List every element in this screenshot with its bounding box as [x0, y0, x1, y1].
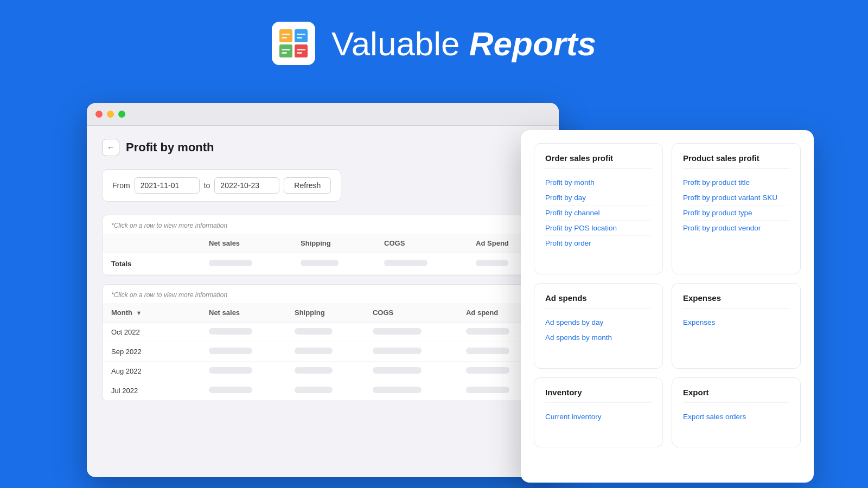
- monthly-tbody: Oct 2022 Sep 2022 Aug 2022 Jul 2022: [103, 323, 543, 401]
- export-title: Export: [683, 388, 789, 403]
- table2-hint: *Click on a row to view more information: [103, 285, 543, 303]
- list-item[interactable]: Profit by product variant SKU: [683, 190, 789, 206]
- table-row[interactable]: Jul 2022: [103, 381, 543, 401]
- monthly-table: Month ▼ Net sales Shipping COGS Ad spend…: [103, 303, 543, 401]
- order-sales-links: Profit by monthProfit by dayProfit by ch…: [545, 175, 652, 251]
- month-cell: Aug 2022: [103, 362, 200, 381]
- cogs-cell: [364, 323, 457, 342]
- cogs-cell: [364, 362, 457, 381]
- cogs-cell: [364, 381, 457, 401]
- monthly-table-section: *Click on a row to view more information…: [102, 284, 544, 401]
- list-item[interactable]: Profit by month: [545, 175, 652, 190]
- list-item[interactable]: Profit by day: [545, 190, 652, 206]
- order-sales-title: Order sales profit: [545, 153, 652, 169]
- svg-rect-3: [295, 44, 308, 57]
- list-item[interactable]: Ad spends by day: [545, 315, 652, 330]
- back-icon: ←: [107, 143, 114, 152]
- cogs-cell: [364, 342, 457, 362]
- table-row[interactable]: Aug 2022: [103, 362, 543, 381]
- col-shipping2: Shipping: [286, 303, 364, 323]
- back-button[interactable]: ←: [102, 139, 119, 156]
- table-row[interactable]: Oct 2022: [103, 323, 543, 342]
- close-dot[interactable]: [95, 111, 103, 118]
- totals-data-row[interactable]: Totals: [103, 253, 543, 275]
- col-netsales2: Net sales: [200, 303, 286, 323]
- app-logo: [272, 22, 315, 65]
- inventory-links: Current inventory: [545, 409, 652, 424]
- expenses-links: Expenses: [683, 315, 789, 330]
- list-item[interactable]: Profit by POS location: [545, 221, 652, 236]
- netsales-cell: [200, 323, 286, 342]
- col-cogs2: COGS: [364, 303, 457, 323]
- page-title: Profit by month: [126, 140, 214, 155]
- netsales-cell: [200, 342, 286, 362]
- main-title: Valuable Reports: [331, 24, 596, 63]
- sort-icon: ▼: [136, 310, 142, 316]
- svg-rect-10: [297, 49, 305, 50]
- list-item[interactable]: Expenses: [683, 315, 789, 330]
- product-sales-links: Profit by product titleProfit by product…: [683, 175, 789, 235]
- col-cogs: COGS: [375, 234, 467, 253]
- table-row[interactable]: Sep 2022: [103, 342, 543, 362]
- monthly-header-row: Month ▼ Net sales Shipping COGS Ad spend: [103, 303, 543, 323]
- refresh-button[interactable]: Refresh: [284, 177, 331, 194]
- filter-row: From to Refresh: [102, 169, 341, 202]
- col-netsales: Net sales: [200, 234, 292, 253]
- col-shipping: Shipping: [292, 234, 375, 253]
- totals-table-section: *Click on a row to view more information…: [102, 215, 544, 275]
- totals-header-row: Net sales Shipping COGS Ad Spend: [103, 234, 543, 253]
- totals-label: Totals: [103, 253, 200, 275]
- col-empty: [103, 234, 200, 253]
- list-item[interactable]: Profit by order: [545, 236, 652, 251]
- ad-spends-card: Ad spends Ad spends by dayAd spends by m…: [534, 283, 663, 369]
- table1-hint: *Click on a row to view more information: [103, 215, 543, 234]
- window-area: ← Profit by month From to Refresh *Click…: [87, 103, 781, 477]
- month-cell: Oct 2022: [103, 323, 200, 342]
- svg-rect-11: [297, 52, 302, 54]
- svg-rect-1: [295, 29, 308, 42]
- svg-rect-5: [282, 37, 287, 38]
- svg-rect-4: [282, 34, 290, 35]
- svg-rect-6: [297, 34, 305, 35]
- product-sales-card: Product sales profit Profit by product t…: [672, 143, 801, 274]
- window-content: ← Profit by month From to Refresh *Click…: [87, 126, 559, 423]
- from-date-input[interactable]: [135, 177, 200, 194]
- list-item[interactable]: Profit by product title: [683, 175, 789, 190]
- export-links: Export sales orders: [683, 409, 789, 424]
- inventory-card: Inventory Current inventory: [534, 377, 663, 448]
- list-item[interactable]: Current inventory: [545, 409, 652, 424]
- menu-panel: Order sales profit Profit by monthProfit…: [521, 130, 814, 483]
- month-cell: Sep 2022: [103, 342, 200, 362]
- window-chrome: [87, 103, 559, 126]
- expenses-title: Expenses: [683, 293, 789, 309]
- minimize-dot[interactable]: [107, 111, 114, 118]
- shipping-cell: [286, 342, 364, 362]
- list-item[interactable]: Profit by product type: [683, 206, 789, 221]
- expenses-card: Expenses Expenses: [672, 283, 801, 369]
- svg-rect-0: [279, 29, 292, 42]
- logo-svg: [278, 28, 309, 59]
- maximize-dot[interactable]: [118, 111, 125, 118]
- page-header-row: ← Profit by month: [102, 139, 544, 156]
- month-cell: Jul 2022: [103, 381, 200, 401]
- shipping-cell: [286, 362, 364, 381]
- svg-rect-9: [282, 52, 287, 54]
- totals-cogs: [375, 253, 467, 275]
- to-label: to: [204, 181, 210, 190]
- order-sales-card: Order sales profit Profit by monthProfit…: [534, 143, 663, 274]
- netsales-cell: [200, 362, 286, 381]
- from-label: From: [112, 181, 130, 190]
- netsales-cell: [200, 381, 286, 401]
- list-item[interactable]: Export sales orders: [683, 409, 789, 424]
- list-item[interactable]: Ad spends by month: [545, 330, 652, 345]
- ad-spends-title: Ad spends: [545, 293, 652, 309]
- totals-table: Net sales Shipping COGS Ad Spend Totals: [103, 234, 543, 275]
- ad-spends-links: Ad spends by dayAd spends by month: [545, 315, 652, 345]
- list-item[interactable]: Profit by channel: [545, 206, 652, 221]
- to-date-input[interactable]: [214, 177, 279, 194]
- shipping-cell: [286, 381, 364, 401]
- svg-rect-7: [297, 37, 302, 38]
- svg-rect-2: [279, 44, 292, 57]
- totals-netsales: [200, 253, 292, 275]
- list-item[interactable]: Profit by product vendor: [683, 221, 789, 235]
